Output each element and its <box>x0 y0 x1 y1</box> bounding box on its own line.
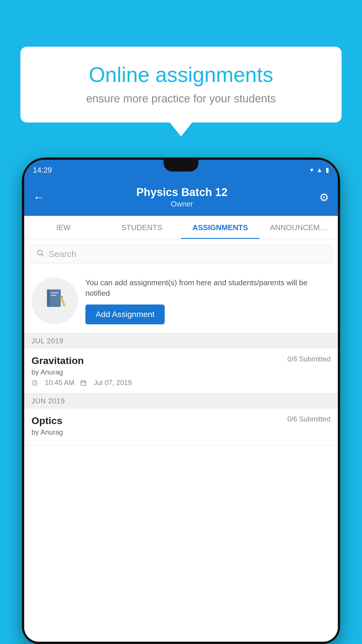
assignment-by-gravitation: by Anurag <box>31 368 331 376</box>
assignment-submitted-optics: 0/6 Submitted <box>287 415 331 423</box>
status-time: 14:29 <box>33 166 52 175</box>
tab-students[interactable]: STUDENTS <box>103 216 181 239</box>
speech-bubble: Online assignments ensure more practice … <box>20 47 342 123</box>
assignment-title-optics: Optics <box>31 415 62 426</box>
assignment-item-gravitation[interactable]: Gravitation 0/6 Submitted by Anurag 10:4… <box>24 349 338 393</box>
prompt-icon-circle <box>31 277 78 324</box>
svg-rect-9 <box>81 381 86 386</box>
search-placeholder: Search <box>49 249 76 259</box>
assignment-prompt: You can add assignment(s) from here and … <box>24 269 338 333</box>
assignment-meta-gravitation: 10:45 AM Jul 07, 2019 <box>31 379 331 387</box>
header-subtitle: Owner <box>45 200 319 209</box>
assignment-title-gravitation: Gravitation <box>31 355 84 366</box>
search-bar[interactable]: Search <box>30 244 332 263</box>
phone-frame: 14:29 ▾ ▲ ▮ ← Physics Batch 12 Owner ⚙ I… <box>22 158 340 644</box>
calendar-icon <box>80 379 88 387</box>
tabs-container: IEW STUDENTS ASSIGNMENTS ANNOUNCEM… <box>24 216 338 239</box>
wifi-icon: ▾ <box>310 166 313 174</box>
tab-assignments[interactable]: ASSIGNMENTS <box>181 216 259 239</box>
month-separator-jul: JUL 2019 <box>24 333 338 349</box>
prompt-description: You can add assignment(s) from here and … <box>85 277 331 299</box>
header-center: Physics Batch 12 Owner <box>45 186 319 209</box>
assignment-header: Gravitation 0/6 Submitted <box>31 355 331 366</box>
speech-bubble-container: Online assignments ensure more practice … <box>20 47 342 123</box>
phone-notch <box>164 160 198 172</box>
svg-rect-4 <box>50 292 59 293</box>
month-separator-jun: JUN 2019 <box>24 393 338 409</box>
tab-announcements[interactable]: ANNOUNCEM… <box>259 216 338 239</box>
gear-icon[interactable]: ⚙ <box>319 191 329 204</box>
time-icon <box>31 379 39 387</box>
assignment-date-gravitation: Jul 07, 2019 <box>94 379 132 387</box>
assignment-time-gravitation: 10:45 AM <box>45 379 74 387</box>
battery-icon: ▮ <box>326 166 329 174</box>
assignment-header-optics: Optics 0/6 Submitted <box>31 415 331 426</box>
app-header: ← Physics Batch 12 Owner ⚙ <box>24 180 338 216</box>
assignment-submitted-gravitation: 0/6 Submitted <box>287 355 331 363</box>
svg-rect-3 <box>47 289 50 307</box>
assignment-item-optics[interactable]: Optics 0/6 Submitted by Anurag <box>24 409 338 445</box>
speech-bubble-subtitle: ensure more practice for your students <box>38 92 324 105</box>
assignment-by-optics: by Anurag <box>31 428 331 436</box>
svg-point-0 <box>38 250 42 255</box>
notebook-icon <box>44 288 66 314</box>
svg-rect-5 <box>50 295 56 296</box>
svg-rect-6 <box>60 296 66 307</box>
back-button[interactable]: ← <box>33 191 45 204</box>
speech-bubble-title: Online assignments <box>38 63 324 87</box>
prompt-text-area: You can add assignment(s) from here and … <box>85 277 331 324</box>
search-bar-container: Search <box>24 239 338 269</box>
signal-icon: ▲ <box>316 166 323 174</box>
header-title: Physics Batch 12 <box>45 186 319 199</box>
tab-iew[interactable]: IEW <box>24 216 103 239</box>
add-assignment-button[interactable]: Add Assignment <box>85 304 165 324</box>
status-icons: ▾ ▲ ▮ <box>310 166 329 174</box>
status-bar: 14:29 ▾ ▲ ▮ <box>24 160 338 180</box>
search-icon <box>36 249 44 259</box>
phone-inner: 14:29 ▾ ▲ ▮ ← Physics Batch 12 Owner ⚙ I… <box>24 160 338 642</box>
phone-content: Search <box>24 239 338 642</box>
svg-line-1 <box>42 254 43 256</box>
